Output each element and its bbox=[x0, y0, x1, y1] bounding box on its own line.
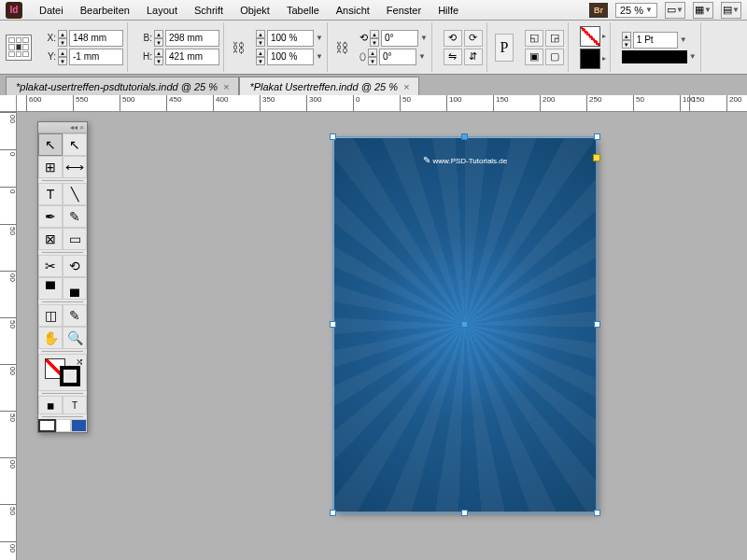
menu-help[interactable]: Hilfe bbox=[430, 2, 466, 19]
app-icon: Id bbox=[6, 2, 22, 19]
scale-y-field[interactable]: 100 % bbox=[267, 49, 314, 65]
link-wh-icon[interactable]: ⛓ bbox=[232, 31, 245, 64]
reference-point[interactable] bbox=[6, 35, 32, 61]
shear-field[interactable]: 0° bbox=[379, 49, 416, 65]
ruler-horizontal[interactable]: 6005505004504003503000501001502002505010… bbox=[17, 95, 747, 112]
canvas[interactable]: ◂◂× ↖ ↖ ⊞ ⟷ T ╲ ✒ ✎ ⊠ ▭ ✂ ⟲ ▀ ▄ ◫ ✎ bbox=[17, 112, 747, 560]
direct-selection-tool[interactable]: ↖ bbox=[63, 133, 87, 156]
y-label: Y: bbox=[43, 51, 56, 62]
scale-x-field[interactable]: 100 % bbox=[267, 30, 314, 47]
selection-tool[interactable]: ↖ bbox=[38, 133, 63, 156]
menu-view[interactable]: Ansicht bbox=[329, 2, 377, 19]
rotate-ccw-icon[interactable]: ⟲ bbox=[444, 30, 462, 47]
menu-table[interactable]: Tabelle bbox=[279, 2, 327, 19]
gradient-swatch-tool[interactable]: ▀ bbox=[38, 277, 63, 300]
rotate-field[interactable]: 0° bbox=[381, 30, 418, 47]
eyedropper-tool[interactable]: ✎ bbox=[63, 304, 87, 327]
close-icon[interactable]: × bbox=[223, 81, 229, 92]
hand-tool[interactable]: ✋ bbox=[38, 327, 63, 349]
h-label: H: bbox=[139, 51, 152, 62]
work-area: 6005505004504003503000501001502002505010… bbox=[0, 95, 747, 560]
x-label: X: bbox=[43, 33, 56, 43]
toolbox: ◂◂× ↖ ↖ ⊞ ⟷ T ╲ ✒ ✎ ⊠ ▭ ✂ ⟲ ▀ ▄ ◫ ✎ bbox=[37, 121, 88, 433]
menu-type[interactable]: Schrift bbox=[187, 2, 231, 19]
apply-color-icon[interactable]: ◼ bbox=[38, 396, 63, 414]
select-content-icon[interactable]: ◲ bbox=[545, 30, 564, 47]
flip-v-icon[interactable]: ⇵ bbox=[464, 49, 483, 65]
close-icon[interactable]: × bbox=[403, 81, 409, 92]
menu-window[interactable]: Fenster bbox=[379, 2, 429, 19]
zoom-level[interactable]: 25 %▼ bbox=[615, 3, 657, 18]
fill-stroke[interactable]: ⤭ bbox=[38, 354, 87, 391]
note-tool[interactable]: ◫ bbox=[38, 304, 63, 327]
menu-bar: Id Datei Bearbeiten Layout Schrift Objek… bbox=[0, 0, 747, 21]
screen-mode-button[interactable]: ▭▼ bbox=[665, 2, 685, 19]
ruler-origin[interactable] bbox=[0, 95, 17, 112]
rotate-cw-icon[interactable]: ⟳ bbox=[464, 30, 483, 47]
menu-file[interactable]: Datei bbox=[32, 2, 71, 19]
pencil-tool[interactable]: ✎ bbox=[63, 205, 87, 228]
page-url-text: www.PSD-Tutorials.de bbox=[334, 155, 596, 165]
stroke-swatch[interactable] bbox=[580, 49, 600, 69]
toolbox-header[interactable]: ◂◂× bbox=[38, 122, 87, 133]
arrange-button[interactable]: ▦▼ bbox=[693, 2, 713, 19]
pen-tool[interactable]: ✒ bbox=[38, 205, 63, 228]
fit-content-icon[interactable]: ▣ bbox=[525, 49, 543, 65]
width-field[interactable]: 298 mm bbox=[165, 30, 219, 47]
menu-object[interactable]: Objekt bbox=[233, 2, 277, 19]
ruler-vertical[interactable]: 00005000500050005000 bbox=[0, 112, 17, 560]
page-tool[interactable]: ⊞ bbox=[38, 156, 63, 178]
stroke-weight-field[interactable]: 1 Pt bbox=[633, 32, 678, 49]
document-tabs: *plakat-usertreffen-psdtutorials.indd @ … bbox=[0, 75, 747, 95]
stroke-style[interactable] bbox=[622, 50, 687, 63]
w-label: B: bbox=[139, 33, 152, 43]
workspace-button[interactable]: ▤▼ bbox=[721, 2, 741, 19]
scissors-tool[interactable]: ✂ bbox=[38, 255, 63, 277]
bridge-button[interactable]: Br bbox=[589, 3, 608, 18]
bleed-mode-icon[interactable] bbox=[71, 419, 87, 432]
rectangle-tool[interactable]: ▭ bbox=[63, 228, 87, 250]
gap-tool[interactable]: ⟷ bbox=[63, 156, 87, 178]
free-transform-tool[interactable]: ⟲ bbox=[63, 255, 87, 277]
preview-mode-icon[interactable] bbox=[56, 419, 72, 432]
select-container-icon[interactable]: ◱ bbox=[525, 30, 543, 47]
menu-edit[interactable]: Bearbeiten bbox=[73, 2, 137, 19]
fit-frame-icon[interactable]: ▢ bbox=[545, 49, 564, 65]
x-field[interactable]: 148 mm bbox=[69, 30, 123, 47]
y-field[interactable]: -1 mm bbox=[69, 49, 123, 65]
flip-h-icon[interactable]: ⇋ bbox=[444, 49, 462, 65]
doc-tab-1[interactable]: *plakat-usertreffen-psdtutorials.indd @ … bbox=[6, 77, 239, 95]
height-field[interactable]: 421 mm bbox=[165, 49, 219, 65]
rectangle-frame-tool[interactable]: ⊠ bbox=[38, 228, 63, 250]
menu-layout[interactable]: Layout bbox=[139, 2, 185, 19]
link-scale-icon[interactable]: ⛓ bbox=[335, 31, 348, 64]
control-bar: X:▲▼148 mm Y:▲▼-1 mm B:▲▼298 mm H:▲▼421 … bbox=[0, 21, 747, 75]
fill-swatch[interactable] bbox=[580, 26, 600, 47]
doc-tab-2[interactable]: *Plakat Usertreffen.indd @ 25 %× bbox=[239, 77, 419, 95]
char-style-button[interactable]: P bbox=[495, 34, 514, 62]
rotate-icon: ⟲ bbox=[359, 32, 368, 44]
line-tool[interactable]: ╲ bbox=[63, 183, 87, 205]
formatting-text-icon[interactable]: T bbox=[63, 396, 87, 414]
normal-mode-icon[interactable] bbox=[38, 419, 56, 432]
shear-icon: ⬯ bbox=[359, 50, 366, 63]
document-page[interactable]: www.PSD-Tutorials.de bbox=[334, 138, 596, 511]
zoom-tool[interactable]: 🔍 bbox=[63, 327, 87, 349]
type-tool[interactable]: T bbox=[38, 183, 63, 205]
gradient-feather-tool[interactable]: ▄ bbox=[63, 277, 87, 300]
